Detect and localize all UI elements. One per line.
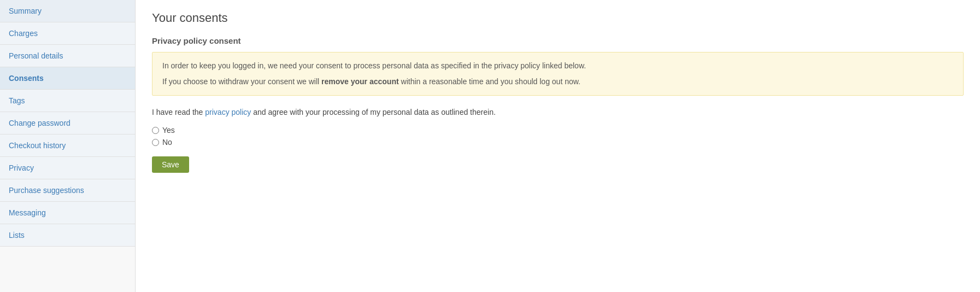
sidebar-item-privacy[interactable]: Privacy xyxy=(0,157,135,179)
privacy-policy-link[interactable]: privacy policy xyxy=(205,108,251,116)
radio-no-text: No xyxy=(162,138,172,147)
notice-line1: In order to keep you logged in, we need … xyxy=(162,60,953,72)
notice-line2: If you choose to withdraw your consent w… xyxy=(162,76,953,87)
sidebar-item-summary[interactable]: Summary xyxy=(0,0,135,22)
sidebar-item-change-password[interactable]: Change password xyxy=(0,112,135,135)
sidebar-item-consents[interactable]: Consents xyxy=(0,67,135,90)
radio-yes-text: Yes xyxy=(162,126,175,135)
sidebar-item-purchase-suggestions[interactable]: Purchase suggestions xyxy=(0,179,135,202)
sidebar: Summary Charges Personal details Consent… xyxy=(0,0,136,292)
radio-no-input[interactable] xyxy=(152,139,159,146)
notice-box: In order to keep you logged in, we need … xyxy=(152,52,964,96)
radio-yes-label[interactable]: Yes xyxy=(152,126,964,135)
consent-text: I have read the privacy policy and agree… xyxy=(152,107,964,118)
sidebar-item-lists[interactable]: Lists xyxy=(0,224,135,247)
notice-line2-bold: remove your account xyxy=(321,77,399,86)
consent-text-before: I have read the xyxy=(152,108,205,116)
radio-group: Yes No xyxy=(152,126,964,147)
radio-yes-input[interactable] xyxy=(152,127,159,134)
save-button[interactable]: Save xyxy=(152,156,189,173)
page-title: Your consents xyxy=(152,11,964,25)
sidebar-item-charges[interactable]: Charges xyxy=(0,22,135,45)
main-content: Your consents Privacy policy consent In … xyxy=(136,0,980,292)
sidebar-item-messaging[interactable]: Messaging xyxy=(0,202,135,224)
sidebar-item-checkout-history[interactable]: Checkout history xyxy=(0,135,135,157)
sidebar-item-tags[interactable]: Tags xyxy=(0,90,135,112)
consent-text-after: and agree with your processing of my per… xyxy=(251,108,496,116)
section-title: Privacy policy consent xyxy=(152,36,964,45)
sidebar-item-personal-details[interactable]: Personal details xyxy=(0,45,135,67)
notice-line2-after: within a reasonable time and you should … xyxy=(399,77,580,86)
notice-line2-before: If you choose to withdraw your consent w… xyxy=(162,77,321,86)
radio-no-label[interactable]: No xyxy=(152,138,964,147)
